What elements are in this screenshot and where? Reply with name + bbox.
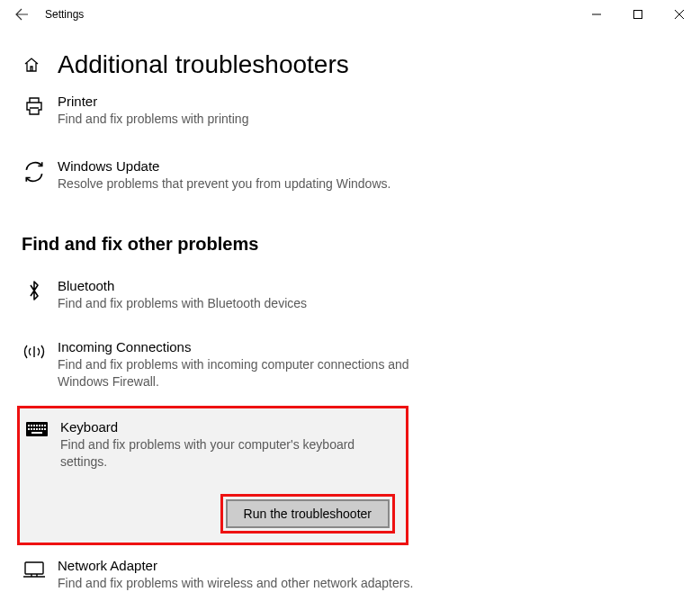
svg-rect-9: [28, 428, 30, 430]
keyboard-icon: [24, 421, 49, 437]
svg-rect-12: [36, 428, 38, 430]
page-header: Additional troubleshooters: [22, 50, 700, 79]
item-desc: Find and fix problems with wireless and …: [58, 575, 413, 592]
signal-icon: [22, 341, 47, 361]
troubleshooter-keyboard-selected: Keyboard Find and fix problems with your…: [17, 406, 408, 545]
run-troubleshooter-button[interactable]: Run the troubleshooter: [226, 499, 390, 528]
item-title: Keyboard: [60, 419, 400, 435]
item-desc: Find and fix problems with incoming comp…: [58, 356, 444, 390]
svg-rect-2: [28, 425, 30, 426]
svg-rect-0: [634, 11, 642, 19]
svg-rect-17: [25, 562, 43, 574]
svg-rect-15: [44, 428, 46, 430]
minimize-icon: [592, 10, 601, 19]
troubleshooter-windows-update[interactable]: Windows Update Resolve problems that pre…: [22, 151, 678, 200]
bluetooth-icon: [22, 280, 47, 301]
content-area: Printer Find and fix problems with print…: [0, 86, 700, 592]
svg-rect-16: [31, 432, 42, 434]
item-desc: Find and fix problems with Bluetooth dev…: [58, 295, 307, 312]
window-title: Settings: [45, 8, 84, 21]
window-controls: [576, 0, 700, 29]
update-icon: [22, 160, 47, 184]
arrow-left-icon: [14, 7, 29, 22]
svg-rect-8: [44, 425, 46, 426]
section-heading: Find and fix other problems: [22, 234, 678, 255]
item-title: Network Adapter: [58, 558, 413, 573]
home-icon[interactable]: [22, 55, 41, 75]
maximize-icon: [633, 10, 642, 19]
item-title: Incoming Connections: [58, 339, 444, 354]
svg-rect-5: [36, 425, 38, 426]
page-title: Additional troubleshooters: [58, 50, 349, 79]
troubleshooter-bluetooth[interactable]: Bluetooth Find and fix problems with Blu…: [22, 271, 678, 319]
item-desc: Find and fix problems with printing: [58, 111, 248, 128]
svg-rect-14: [41, 428, 43, 430]
close-button[interactable]: [659, 0, 700, 29]
svg-rect-11: [33, 428, 35, 430]
svg-rect-10: [31, 428, 32, 430]
run-button-highlight: Run the troubleshooter: [220, 494, 395, 534]
titlebar: Settings: [0, 0, 700, 29]
close-icon: [675, 10, 684, 19]
minimize-button[interactable]: [576, 0, 617, 29]
svg-rect-7: [41, 425, 43, 426]
troubleshooter-keyboard[interactable]: Keyboard Find and fix problems with your…: [22, 417, 400, 474]
maximize-button[interactable]: [617, 0, 659, 29]
troubleshooter-incoming-connections[interactable]: Incoming Connections Find and fix proble…: [22, 332, 678, 398]
item-desc: Find and fix problems with your computer…: [60, 436, 400, 471]
svg-rect-6: [39, 425, 40, 426]
svg-rect-3: [31, 425, 32, 426]
back-button[interactable]: [7, 0, 36, 29]
svg-rect-13: [39, 428, 40, 430]
item-title: Printer: [58, 94, 248, 109]
troubleshooter-network-adapter[interactable]: Network Adapter Find and fix problems wi…: [22, 551, 678, 592]
item-title: Bluetooth: [58, 278, 307, 293]
network-adapter-icon: [22, 560, 47, 579]
item-desc: Resolve problems that prevent you from u…: [58, 175, 390, 193]
svg-rect-4: [33, 425, 35, 426]
printer-icon: [22, 95, 47, 117]
troubleshooter-printer[interactable]: Printer Find and fix problems with print…: [22, 86, 678, 135]
item-title: Windows Update: [58, 158, 390, 174]
